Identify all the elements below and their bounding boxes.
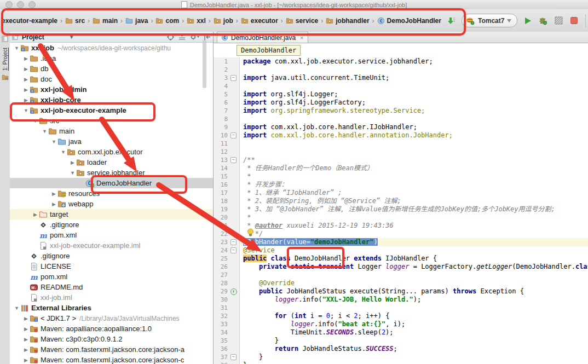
tree-item-webapp[interactable]: ▶webapp [10,199,213,209]
tree-item-maven-com.fasterxml.jackson.core-jackson-c[interactable]: ▶Maven: com.fasterxml.jackson.core:jacks… [10,355,213,364]
code-line-7[interactable]: 7import org.springframework.stereotype.S… [214,107,588,115]
close-tab-icon[interactable]: × [300,34,303,41]
tree-item-maven-com.fasterxml.jackson.core-jackson-a[interactable]: ▶Maven: com.fasterxml.jackson.core:jacks… [10,344,213,355]
tree-expand-icon[interactable]: ▶ [22,77,30,82]
tree-item-pom.xml[interactable]: mpom.xml [10,271,213,282]
breadcrumb-item-main[interactable]: main [92,16,118,26]
tree-item-target[interactable]: ▶target [10,209,213,219]
tree-expand-icon[interactable]: ▼ [60,149,67,155]
debug-button[interactable] [538,16,548,26]
tree-expand-icon[interactable]: ▶ [22,97,30,103]
code-line-31[interactable]: 31 [214,304,588,312]
locate-file-icon[interactable] [167,33,174,41]
collapse-all-icon[interactable] [178,33,186,41]
project-view-selector[interactable]: Project ▼ [12,33,167,41]
tree-item-service.jobhandler[interactable]: ▼service.jobhandler [10,167,213,178]
tree-expand-icon[interactable]: ▼ [41,129,48,134]
gear-icon[interactable] [190,33,199,41]
fold-marker-icon[interactable]: − [230,157,237,163]
tree-item-readme.md[interactable]: M↓README.md [10,282,213,292]
tree-expand-icon[interactable]: ▶ [22,316,30,321]
green-down-arrow-icon[interactable] [446,16,456,26]
tree-item-xxl-job-admin[interactable]: ▶xxl-job-admin [10,84,213,95]
fold-marker-icon[interactable]: − [230,239,237,245]
project-toolwindow-button[interactable]: 1: Project [2,48,8,71]
code-line-20[interactable]: 20 * [214,213,588,222]
intention-bulb-icon[interactable] [247,228,254,236]
tree-expand-icon[interactable]: ▶ [50,191,57,197]
tree-item--jdk1.7-[interactable]: ▶< JDK1.7 >/Library/Java/JavaVirtualMach… [10,313,213,323]
project-scrollbar[interactable] [203,40,206,88]
code-line-36[interactable]: 36 return JobHandleStatus.SUCCESS; [214,345,588,353]
tree-expand-icon[interactable]: ▼ [22,108,30,113]
tree-item-maven-aopalliance-aopalliance-1.0[interactable]: ▶Maven: aopalliance:aopalliance:1.0 [10,323,213,334]
tree-expand-icon[interactable]: ▶ [50,201,57,207]
code-line-13[interactable]: 13−/** [214,156,588,164]
tree-item-xxl-job-executor-example.iml[interactable]: xxl-job-executor-example.iml [10,240,213,251]
code-line-4[interactable]: 4 [214,82,588,90]
tree-item-db[interactable]: ▶db [10,63,213,74]
code-line-33[interactable]: 33 logger.info("beat at:{}", i); [214,320,588,328]
code-line-2[interactable]: 2 [214,66,588,74]
tree-item-license[interactable]: LICENSE [10,261,213,271]
fold-marker-icon[interactable]: − [230,354,237,360]
fold-marker-icon[interactable]: − [230,132,237,138]
breadcrumb-item-service[interactable]: service [285,16,319,26]
code-line-19[interactable]: 19 * 3、加 “@JobHander” 注解, 注解value值为新增任务生… [214,205,588,213]
code-line-27[interactable]: 27 [214,271,588,279]
tree-expand-icon[interactable]: ▼ [13,45,20,51]
tree-expand-icon[interactable]: ▼ [32,118,39,124]
code-line-9[interactable]: 9import com.xxl.job.core.handler.IJobHan… [214,123,588,131]
tree-expand-icon[interactable]: ▼ [50,139,57,145]
tree-expand-icon[interactable]: ▼ [69,170,76,176]
fold-marker-icon[interactable]: − [230,75,237,81]
tree-item-.gitignore[interactable]: .gitignore [10,251,213,261]
tree-item-com.xxl.job.executor[interactable]: ▼com.xxl.job.executor [10,147,213,157]
fold-marker-icon[interactable]: − [230,247,237,253]
code-line-23[interactable]: 23−@JobHander(value="demoJobHandler") [214,238,588,246]
tree-item-java[interactable]: ▼java [10,136,213,147]
code-line-10[interactable]: 10−import com.xxl.job.core.handler.annot… [214,131,588,140]
code-line-11[interactable]: 11 [214,140,588,148]
code-line-26[interactable]: 26 private static transient Logger logge… [214,263,588,271]
tree-item-demojobhandler[interactable]: CDemoJobHandler [10,178,213,188]
coverage-button[interactable] [554,16,563,26]
tree-item-xxl-job[interactable]: ▼xxl-job~/workspaces/idea-git-workspace/… [10,43,213,53]
code-line-24[interactable]: 24−@Service [214,246,588,255]
tree-expand-icon[interactable]: ▼ [13,305,20,311]
run-button[interactable] [523,16,533,26]
code-line-21[interactable]: 21 * @author xuxueli 2015-12-19 19:43:36 [214,222,588,230]
code-line-35[interactable]: 35 } [214,337,588,345]
breadcrumb-item-java[interactable]: java [125,16,148,26]
code-line-18[interactable]: 18 * 2、装配到Spring, 例如加 “@Service” 注解; [214,197,588,205]
code-line-22[interactable]: 22 */ [214,230,588,238]
code-line-8[interactable]: 8 [214,115,588,123]
code-line-15[interactable]: 15 * [214,172,588,181]
tree-item-pom.xml[interactable]: mpom.xml [10,230,213,240]
breadcrumb-item-src[interactable]: src [65,16,85,26]
tree-expand-icon[interactable]: ▶ [22,357,30,363]
code-line-29[interactable]: 29↑ public JobHandleStatus execute(Strin… [214,287,588,296]
tree-item-src[interactable]: ▼src [10,115,213,126]
code-line-17[interactable]: 17 * 1、继承 “IJobHandler” ; [214,189,588,197]
code-line-25[interactable]: 25public class DemoJobHandler extends IJ… [214,255,588,263]
breadcrumb-item-jobhandler[interactable]: jobhandler [325,16,370,26]
tree-expand-icon[interactable]: ▶ [22,66,30,72]
tree-item-main[interactable]: ▼main [10,126,213,136]
code-line-16[interactable]: 16 * 开发步骤： [214,181,588,189]
tree-item-xxl-job-core[interactable]: ▶xxl-job-core [10,95,213,105]
tree-item-maven-c3p0-c3p0-0.9.1.2[interactable]: ▶Maven: c3p0:c3p0:0.9.1.2 [10,334,213,344]
code-line-6[interactable]: 6import org.slf4j.LoggerFactory; [214,99,588,107]
tree-item-doc[interactable]: ▶doc [10,74,213,84]
tree-item-external-libraries[interactable]: ▼External Libraries [10,303,213,313]
breadcrumb-item-job[interactable]: job [213,16,234,26]
code-line-34[interactable]: 34 TimeUnit.SECONDS.sleep(2); [214,328,588,337]
breadcrumb-item-executor-example[interactable]: executor-example [1,16,58,26]
code-line-30[interactable]: 30 logger.info("XXL-JOB, Hello World."); [214,296,588,304]
tree-item-loader[interactable]: ▶loader [10,157,213,167]
code-line-3[interactable]: 3−import java.util.concurrent.TimeUnit; [214,74,588,82]
code-line-38[interactable]: 38} [214,361,588,364]
breadcrumb-item-executor[interactable]: executor [240,16,279,26]
tree-expand-icon[interactable]: ▶ [22,347,30,353]
code-line-37[interactable]: 37− } [214,353,588,361]
